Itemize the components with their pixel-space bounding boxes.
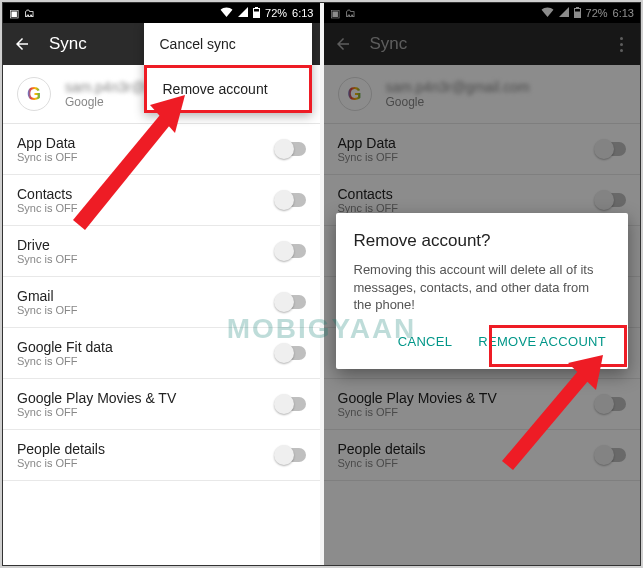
dialog-body: Removing this account will delete all of…	[354, 261, 611, 314]
camera-icon: ▣	[9, 7, 19, 20]
svg-marker-9	[502, 371, 588, 470]
list-item[interactable]: Google Play Movies & TVSync is OFF	[3, 379, 320, 430]
list-item[interactable]: People detailsSync is OFF	[3, 430, 320, 481]
tutorial-two-pane: ▣ 🗂 72% 6:13 Sync	[2, 2, 641, 566]
item-sub: Sync is OFF	[17, 457, 105, 469]
item-title: People details	[17, 441, 105, 457]
list-item[interactable]: GmailSync is OFF	[3, 277, 320, 328]
battery-icon	[253, 7, 260, 20]
remove-account-dialog: Remove account? Removing this account wi…	[336, 213, 629, 369]
back-icon[interactable]	[13, 35, 31, 53]
toggle-switch[interactable]	[276, 193, 306, 207]
toggle-switch[interactable]	[276, 142, 306, 156]
status-time: 6:13	[292, 8, 313, 19]
svg-rect-2	[254, 9, 259, 12]
toggle-switch[interactable]	[276, 448, 306, 462]
item-sub: Sync is OFF	[17, 253, 78, 265]
google-logo-icon: G	[17, 77, 51, 111]
phone-left: ▣ 🗂 72% 6:13 Sync	[3, 3, 320, 565]
status-left: ▣ 🗂	[9, 7, 35, 20]
item-title: Google Play Movies & TV	[17, 390, 176, 406]
menu-cancel-sync[interactable]: Cancel sync	[144, 23, 312, 65]
status-right: 72% 6:13	[220, 7, 313, 20]
toggle-switch[interactable]	[276, 397, 306, 411]
svg-marker-4	[73, 115, 170, 230]
appbar-title: Sync	[49, 34, 87, 54]
item-sub: Sync is OFF	[17, 406, 176, 418]
toggle-switch[interactable]	[276, 346, 306, 360]
item-sub: Sync is OFF	[17, 304, 78, 316]
item-sub: Sync is OFF	[17, 355, 113, 367]
annotation-arrow-icon	[55, 95, 195, 235]
signal-icon	[238, 7, 248, 19]
phone-right: ▣ 🗂 72% 6:13 Sync	[324, 3, 641, 565]
wifi-icon	[220, 7, 233, 19]
cancel-button[interactable]: CANCEL	[394, 328, 457, 355]
item-title: Google Fit data	[17, 339, 113, 355]
status-bar: ▣ 🗂 72% 6:13	[3, 3, 320, 23]
item-title: Drive	[17, 237, 78, 253]
annotation-arrow-icon	[488, 355, 608, 475]
toggle-switch[interactable]	[276, 244, 306, 258]
svg-rect-1	[255, 7, 258, 8]
list-item[interactable]: Google Fit dataSync is OFF	[3, 328, 320, 379]
briefcase-icon: 🗂	[24, 7, 35, 19]
item-title: Gmail	[17, 288, 78, 304]
toggle-switch[interactable]	[276, 295, 306, 309]
battery-percent: 72%	[265, 8, 287, 19]
dialog-title: Remove account?	[354, 231, 611, 251]
